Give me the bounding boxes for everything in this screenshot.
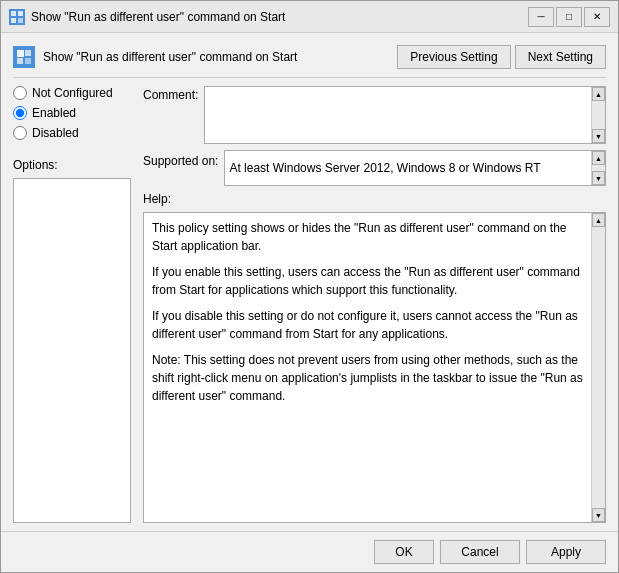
maximize-button[interactable]: □ <box>556 7 582 27</box>
help-scroll-down[interactable]: ▼ <box>592 508 605 522</box>
title-bar: Show "Run as different user" command on … <box>1 1 618 33</box>
options-label: Options: <box>13 158 131 172</box>
radio-group: Not Configured Enabled Disabled <box>13 86 131 140</box>
supported-scroll-down[interactable]: ▼ <box>592 171 605 185</box>
help-content: This policy setting shows or hides the "… <box>144 213 591 522</box>
comment-label: Comment: <box>143 86 198 102</box>
svg-rect-0 <box>11 11 16 16</box>
supported-row: Supported on: At least Windows Server 20… <box>143 150 606 186</box>
radio-disabled-input[interactable] <box>13 126 27 140</box>
window-title: Show "Run as different user" command on … <box>31 10 285 24</box>
main-window: Show "Run as different user" command on … <box>0 0 619 573</box>
close-button[interactable]: ✕ <box>584 7 610 27</box>
options-box <box>13 178 131 523</box>
svg-rect-1 <box>18 11 23 16</box>
help-scrollbar: ▲ ▼ <box>591 213 605 522</box>
comment-field-wrapper: ▲ ▼ <box>204 86 606 144</box>
radio-not-configured-label: Not Configured <box>32 86 113 100</box>
comment-scroll-down[interactable]: ▼ <box>592 129 605 143</box>
window-icon <box>9 9 25 25</box>
svg-rect-2 <box>11 18 16 23</box>
title-buttons: ─ □ ✕ <box>528 7 610 27</box>
supported-field-wrapper: At least Windows Server 2012, Windows 8 … <box>224 150 606 186</box>
radio-not-configured-input[interactable] <box>13 86 27 100</box>
radio-enabled-input[interactable] <box>13 106 27 120</box>
minimize-button[interactable]: ─ <box>528 7 554 27</box>
cancel-button[interactable]: Cancel <box>440 540 520 564</box>
right-panel: Comment: ▲ ▼ Supported on: At least Wind… <box>143 86 606 523</box>
radio-not-configured[interactable]: Not Configured <box>13 86 131 100</box>
svg-rect-7 <box>25 58 31 64</box>
content-area: Show "Run as different user" command on … <box>1 33 618 531</box>
help-wrapper: This policy setting shows or hides the "… <box>143 212 606 523</box>
header-title-area: Show "Run as different user" command on … <box>13 46 297 68</box>
footer: OK Cancel Apply <box>1 531 618 572</box>
comment-textarea[interactable] <box>205 87 591 143</box>
help-label: Help: <box>143 192 606 206</box>
policy-icon <box>13 46 35 68</box>
comment-scroll-up[interactable]: ▲ <box>592 87 605 101</box>
help-para-3: If you disable this setting or do not co… <box>152 307 583 343</box>
help-scroll-up[interactable]: ▲ <box>592 213 605 227</box>
left-panel: Not Configured Enabled Disabled Options: <box>13 86 131 523</box>
header-buttons: Previous Setting Next Setting <box>397 45 606 69</box>
help-para-1: This policy setting shows or hides the "… <box>152 219 583 255</box>
svg-rect-3 <box>18 18 23 23</box>
header-row: Show "Run as different user" command on … <box>13 41 606 78</box>
supported-scrollbar: ▲ ▼ <box>591 151 605 185</box>
supported-label: Supported on: <box>143 150 218 168</box>
radio-enabled-label: Enabled <box>32 106 76 120</box>
comment-row: Comment: ▲ ▼ <box>143 86 606 144</box>
supported-text: At least Windows Server 2012, Windows 8 … <box>225 151 591 185</box>
header-title: Show "Run as different user" command on … <box>43 50 297 64</box>
apply-button[interactable]: Apply <box>526 540 606 564</box>
svg-rect-4 <box>17 50 24 57</box>
radio-disabled[interactable]: Disabled <box>13 126 131 140</box>
previous-setting-button[interactable]: Previous Setting <box>397 45 510 69</box>
radio-enabled[interactable]: Enabled <box>13 106 131 120</box>
help-para-4: Note: This setting does not prevent user… <box>152 351 583 405</box>
main-body: Not Configured Enabled Disabled Options: <box>13 86 606 523</box>
comment-scrollbar: ▲ ▼ <box>591 87 605 143</box>
supported-scroll-up[interactable]: ▲ <box>592 151 605 165</box>
ok-button[interactable]: OK <box>374 540 434 564</box>
title-bar-left: Show "Run as different user" command on … <box>9 9 285 25</box>
next-setting-button[interactable]: Next Setting <box>515 45 606 69</box>
svg-rect-5 <box>25 50 31 56</box>
radio-disabled-label: Disabled <box>32 126 79 140</box>
help-para-2: If you enable this setting, users can ac… <box>152 263 583 299</box>
svg-rect-6 <box>17 58 23 64</box>
